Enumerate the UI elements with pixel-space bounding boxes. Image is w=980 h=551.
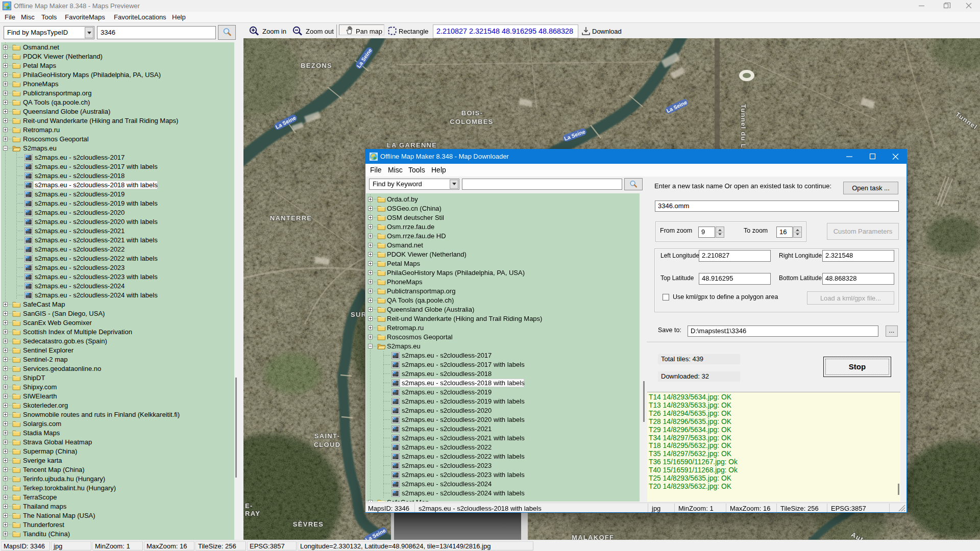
svg-text:BEZONS: BEZONS bbox=[301, 62, 332, 69]
svg-text:SÈVRES: SÈVRES bbox=[293, 520, 324, 528]
svg-text:NANTERRE: NANTERRE bbox=[270, 214, 312, 222]
svg-text:BOIS-: BOIS- bbox=[461, 109, 483, 117]
svg-text:CLOUD: CLOUD bbox=[314, 441, 341, 448]
svg-text:RAY: RAY bbox=[245, 510, 260, 517]
svg-text:E-: E- bbox=[245, 502, 253, 510]
svg-text:LA GARENNE: LA GARENNE bbox=[387, 141, 437, 149]
svg-text:MALAKOFF: MALAKOFF bbox=[572, 534, 614, 540]
svg-text:SAINT-: SAINT- bbox=[314, 432, 340, 440]
svg-text:COLOMBES: COLOMBES bbox=[450, 118, 494, 126]
